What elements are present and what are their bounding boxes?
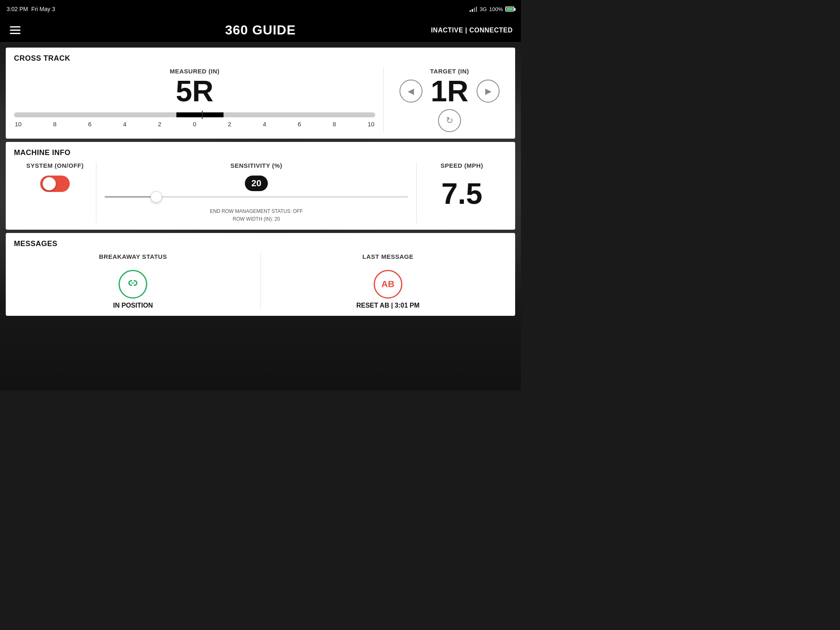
slider-label-2r: 2 <box>228 121 231 128</box>
cross-track-slider[interactable]: 10 8 6 4 2 0 2 4 6 8 10 <box>14 112 375 128</box>
messages-card: MESSAGES BREAKAWAY STATUS IN POSITION <box>6 233 515 316</box>
cross-track-content: MEASURED (IN) 5R 10 8 6 4 2 0 2 4 <box>14 68 507 132</box>
system-toggle[interactable] <box>40 176 70 192</box>
svg-rect-0 <box>131 283 135 283</box>
breakaway-icon <box>119 270 147 299</box>
cross-track-card: CROSS TRACK MEASURED (IN) 5R 10 8 6 4 2 <box>6 48 515 139</box>
breakaway-label: BREAKAWAY STATUS <box>99 253 167 260</box>
measured-section: MEASURED (IN) 5R 10 8 6 4 2 0 2 4 <box>14 68 375 128</box>
sensitivity-value: 20 <box>245 176 268 191</box>
target-increase-button[interactable]: ▶ <box>477 80 500 103</box>
slider-label-8l: 8 <box>53 121 57 128</box>
slider-label-8r: 8 <box>333 121 336 128</box>
measured-label: MEASURED (IN) <box>170 68 220 75</box>
ab-icon-text: AB <box>381 279 395 290</box>
hamburger-line <box>10 33 21 34</box>
sensitivity-slider-track[interactable] <box>105 196 408 198</box>
breakaway-status: IN POSITION <box>113 302 153 309</box>
sensitivity-label: SENSITIVITY (%) <box>231 162 282 169</box>
end-row-status: END ROW MANAGEMENT STATUS: OFF <box>210 208 303 215</box>
battery-icon <box>505 7 514 11</box>
sensitivity-section: SENSITIVITY (%) 20 END ROW MANAGEMENT ST… <box>96 162 417 223</box>
toggle-thumb <box>43 177 56 190</box>
connection-status: INACTIVE | CONNECTED <box>431 27 513 34</box>
last-message-label: LAST MESSAGE <box>363 253 413 260</box>
slider-label-10l: 10 <box>15 121 22 128</box>
sensitivity-slider-thumb <box>151 191 162 203</box>
slider-label-6l: 6 <box>88 121 91 128</box>
slider-labels: 10 8 6 4 2 0 2 4 6 8 10 <box>14 121 375 128</box>
sensitivity-slider-fill <box>105 196 156 198</box>
date-display: Fri May 3 <box>31 6 55 12</box>
battery-percentage: 100% <box>489 6 503 12</box>
slider-label-6r: 6 <box>298 121 301 128</box>
messages-divider <box>260 253 261 309</box>
machine-info-content: SYSTEM (ON/OFF) SENSITIVITY (%) 20 <box>14 162 507 223</box>
last-message-section: LAST MESSAGE AB RESET AB | 3:01 PM <box>269 253 507 309</box>
toggle-track <box>40 176 70 192</box>
target-reset-button[interactable]: ↻ <box>438 109 461 132</box>
system-label: SYSTEM (ON/OFF) <box>26 162 84 169</box>
slider-track <box>14 112 375 117</box>
time-display: 3:02 PM <box>7 6 28 12</box>
slider-label-2l: 2 <box>158 121 161 128</box>
messages-title: MESSAGES <box>14 240 507 248</box>
network-type: 3G <box>479 6 486 12</box>
speed-value: 7.5 <box>441 179 482 208</box>
main-content: CROSS TRACK MEASURED (IN) 5R 10 8 6 4 2 <box>0 43 521 321</box>
target-controls: ◀ 1R ▶ <box>399 76 500 106</box>
ab-icon: AB <box>374 270 402 299</box>
slider-label-10r: 10 <box>368 121 374 128</box>
speed-section: SPEED (MPH) 7.5 <box>417 162 507 208</box>
hamburger-line <box>10 30 21 31</box>
target-section: TARGET (IN) ◀ 1R ▶ ↻ <box>392 68 507 132</box>
sensitivity-info: END ROW MANAGEMENT STATUS: OFF ROW WIDTH… <box>210 208 303 223</box>
breakaway-section: BREAKAWAY STATUS IN POSITION <box>14 253 252 309</box>
machine-info-card: MACHINE INFO SYSTEM (ON/OFF) SENSITIVITY… <box>6 142 515 230</box>
target-decrease-button[interactable]: ◀ <box>399 80 422 103</box>
system-section: SYSTEM (ON/OFF) <box>14 162 96 192</box>
slider-label-4l: 4 <box>123 121 126 128</box>
menu-button[interactable] <box>8 25 22 36</box>
target-label: TARGET (IN) <box>430 68 469 75</box>
slider-tick <box>202 111 203 119</box>
app-header: 360 GUIDE INACTIVE | CONNECTED <box>0 18 521 43</box>
cross-track-divider <box>383 68 384 132</box>
speed-label: SPEED (MPH) <box>441 162 483 169</box>
slider-label-0: 0 <box>193 121 196 128</box>
signal-icon <box>470 6 477 12</box>
machine-info-title: MACHINE INFO <box>14 148 507 157</box>
target-value: 1R <box>431 76 468 106</box>
last-message-text: RESET AB | 3:01 PM <box>356 302 420 309</box>
app-title: 360 GUIDE <box>225 23 296 38</box>
hamburger-line <box>10 26 21 27</box>
status-bar: 3:02 PM Fri May 3 3G 100% <box>0 0 521 18</box>
measured-value: 5R <box>176 76 213 106</box>
messages-content: BREAKAWAY STATUS IN POSITION LAST MESSAG… <box>14 253 507 309</box>
row-width: ROW WIDTH (IN): 20 <box>210 215 303 223</box>
cross-track-title: CROSS TRACK <box>14 54 507 63</box>
slider-label-4r: 4 <box>263 121 266 128</box>
chain-link-svg <box>126 277 140 292</box>
